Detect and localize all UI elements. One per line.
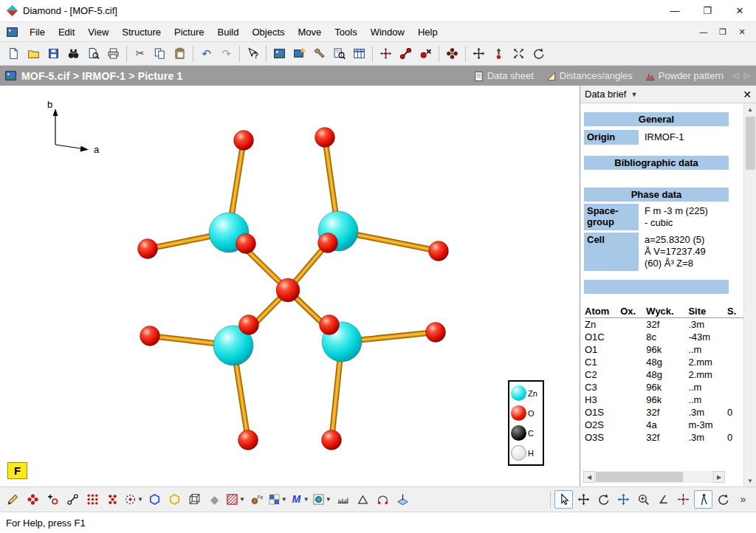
scroll-right-icon[interactable]: ▶ <box>713 471 725 483</box>
molecule-view[interactable]: b a <box>0 86 580 486</box>
save-button[interactable] <box>44 44 63 63</box>
move-atom-button[interactable] <box>377 44 395 63</box>
mdi-close-button[interactable]: ✕ <box>732 24 752 39</box>
menu-file[interactable]: File <box>23 24 52 40</box>
print-button[interactable] <box>104 44 123 63</box>
dropdown-caret-icon[interactable]: ▼ <box>239 496 245 503</box>
pan-mode-button[interactable] <box>614 490 633 509</box>
unit-cell-button[interactable] <box>185 490 204 509</box>
copy-button[interactable] <box>151 44 169 63</box>
tab-scroll-arrows[interactable]: ◁ ▷ <box>732 71 752 80</box>
tracking-mode-button[interactable] <box>694 490 712 509</box>
insert-bond-button[interactable] <box>63 490 82 509</box>
atom-table-row[interactable]: C248g2.mm <box>585 368 743 381</box>
menu-help[interactable]: Help <box>411 24 444 40</box>
preview-document-button[interactable] <box>330 44 348 63</box>
print-preview-button[interactable] <box>84 44 103 63</box>
menu-edit[interactable]: Edit <box>52 24 81 40</box>
vertical-scroll-thumb[interactable] <box>746 117 755 170</box>
pattern-style-button[interactable]: ▼ <box>267 490 288 509</box>
atom-o[interactable] <box>318 233 338 253</box>
picture-wizard-button[interactable] <box>290 44 309 63</box>
menu-window[interactable]: Window <box>364 24 411 40</box>
add-atom-button[interactable] <box>44 490 62 509</box>
model-style-button[interactable]: M▼ <box>289 490 310 509</box>
atom-o[interactable] <box>276 278 300 302</box>
atom-table-row[interactable]: O3S32f.3m0 <box>585 431 743 444</box>
polyhedra-filled-button[interactable] <box>165 490 184 509</box>
atom-table-row[interactable]: O1C8c-43m <box>585 331 743 343</box>
measure-distance-button[interactable] <box>334 490 352 509</box>
rotate-tool-button[interactable] <box>529 44 548 63</box>
select-mode-button[interactable] <box>554 490 573 509</box>
mdi-restore-button[interactable]: ❐ <box>713 24 732 39</box>
hatch-style-button[interactable]: ▼ <box>225 490 246 509</box>
distances-angles-tab[interactable]: Distances/angles <box>546 70 633 81</box>
close-button[interactable]: ✕ <box>724 0 756 21</box>
scroll-down-icon[interactable]: ▼ <box>744 475 756 486</box>
document-icon[interactable] <box>6 26 18 38</box>
measure-plane-button[interactable] <box>394 490 412 509</box>
mdi-minimize-button[interactable]: — <box>694 24 713 39</box>
spin-mode-button[interactable] <box>714 490 732 509</box>
build-molecules-button[interactable] <box>443 44 461 63</box>
menu-structure[interactable]: Structure <box>115 24 168 40</box>
shift-tool-button[interactable] <box>489 44 508 63</box>
atom-design-button[interactable]: Fe <box>247 490 266 509</box>
translate-tool-button[interactable] <box>470 44 488 63</box>
horizontal-scrollbar[interactable]: ◀ ▶ <box>583 471 725 483</box>
menu-view[interactable]: View <box>81 24 115 40</box>
data-sheet-tab[interactable]: Data sheet <box>473 70 534 81</box>
new-picture-button[interactable] <box>270 44 289 63</box>
atom-o[interactable] <box>429 241 449 261</box>
atom-table-row[interactable]: O2S4am-3m <box>585 419 743 431</box>
undo-button[interactable]: ↶ <box>197 44 216 63</box>
atom-o[interactable] <box>322 430 342 450</box>
menu-objects[interactable]: Objects <box>245 24 291 40</box>
fill-cell-button[interactable] <box>83 490 102 509</box>
atom-table-row[interactable]: C148g2.mm <box>585 356 743 368</box>
zoom-mode-button[interactable] <box>634 490 653 509</box>
atom-o[interactable] <box>315 128 335 148</box>
resize-tool-button[interactable] <box>509 44 528 63</box>
atom-table-row[interactable]: O196k..m <box>585 343 743 356</box>
build-tools-button[interactable] <box>310 44 329 63</box>
polyhedra-outline-button[interactable] <box>145 490 164 509</box>
menu-tools[interactable]: Tools <box>328 24 363 40</box>
atom-o[interactable] <box>238 430 258 450</box>
find-button[interactable] <box>64 44 83 63</box>
atom-o[interactable] <box>234 131 254 151</box>
scroll-left-icon[interactable]: ◀ <box>583 471 595 483</box>
atom-o[interactable] <box>138 239 158 259</box>
more-tools-button[interactable]: » <box>734 490 752 509</box>
atom-table-row[interactable]: O1S32f.3m0 <box>585 406 743 419</box>
new-document-button[interactable] <box>4 44 23 63</box>
open-file-button[interactable] <box>24 44 43 63</box>
atom-table-row[interactable]: Zn32f.3m <box>585 318 743 331</box>
breadcrumb[interactable]: MOF-5.cif > IRMOF-1 > Picture 1 <box>21 70 183 82</box>
complete-molecules-button[interactable] <box>103 490 122 509</box>
redo-button[interactable]: ↷ <box>217 44 236 63</box>
paste-button[interactable] <box>171 44 189 63</box>
vertical-scrollbar[interactable]: ▲ ▼ <box>743 103 756 486</box>
atom-o[interactable] <box>320 315 340 335</box>
dropdown-caret-icon[interactable]: ▼ <box>303 496 309 503</box>
measure-angle-button[interactable] <box>354 490 372 509</box>
horizontal-scroll-thumb[interactable] <box>596 472 683 482</box>
dropdown-caret-icon[interactable]: ▼ <box>326 496 331 503</box>
panel-close-icon[interactable]: ✕ <box>743 89 752 100</box>
move-mode-button[interactable] <box>574 490 593 509</box>
scroll-up-icon[interactable]: ▲ <box>744 103 756 115</box>
draw-pen-button[interactable] <box>4 490 22 509</box>
add-all-atoms-button[interactable] <box>24 490 42 509</box>
structure-canvas[interactable]: b a ZnOCH F <box>0 86 580 486</box>
dropdown-caret-icon[interactable]: ▼ <box>137 496 143 503</box>
atom-table-row[interactable]: C396k..m <box>585 381 743 393</box>
delete-atom-button[interactable] <box>416 44 435 63</box>
menu-build[interactable]: Build <box>211 24 246 40</box>
render-style-button[interactable]: ▼ <box>312 490 332 509</box>
coordination-sphere-button[interactable]: ▼ <box>123 490 144 509</box>
crosshair-mode-button[interactable] <box>674 490 693 509</box>
atom-table-row[interactable]: H396k..m <box>585 393 743 406</box>
dropdown-caret-icon[interactable]: ▼ <box>281 496 287 503</box>
